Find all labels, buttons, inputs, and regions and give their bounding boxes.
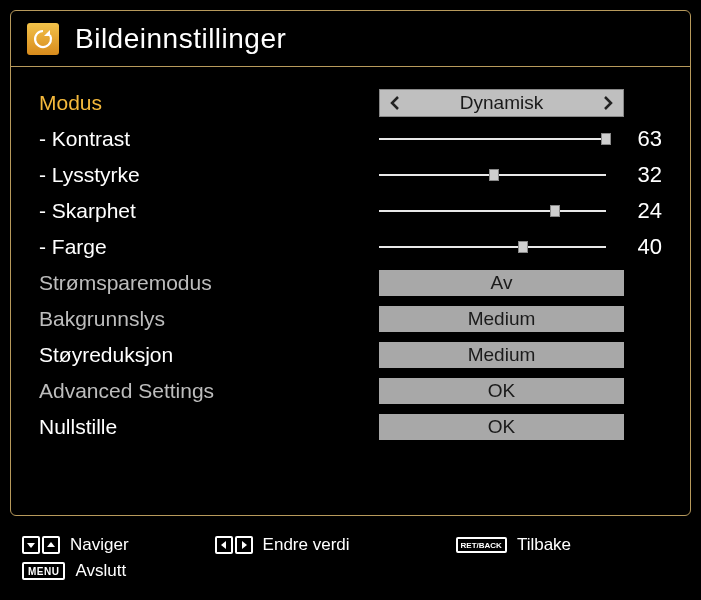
slider-kontrast[interactable] bbox=[379, 138, 606, 140]
value-farge: 40 bbox=[622, 234, 662, 260]
page-title: Bildeinnstillinger bbox=[75, 23, 286, 55]
row-stromspare: Strømsparemodus Av bbox=[39, 265, 662, 301]
btn-nullstille[interactable]: OK bbox=[379, 414, 624, 440]
label-bakgrunnslys: Bakgrunnslys bbox=[39, 307, 379, 331]
settings-list: Modus Dynamisk - Kontrast bbox=[11, 67, 690, 445]
hint-endre: Endre verdi bbox=[263, 535, 350, 555]
slider-thumb[interactable] bbox=[550, 205, 560, 217]
row-advanced: Advanced Settings OK bbox=[39, 373, 662, 409]
label-stoyreduksjon: Støyreduksjon bbox=[39, 343, 379, 367]
slider-farge[interactable] bbox=[379, 246, 606, 248]
row-nullstille: Nullstille OK bbox=[39, 409, 662, 445]
chevron-right-icon[interactable] bbox=[599, 94, 617, 112]
label-lysstyrke: - Lysstyrke bbox=[39, 163, 379, 187]
label-farge: - Farge bbox=[39, 235, 379, 259]
label-modus: Modus bbox=[39, 91, 379, 115]
title-bar: Bildeinnstillinger bbox=[11, 11, 690, 67]
footer-hints: Naviger Endre verdi RET/BACK Tilbake MEN… bbox=[22, 532, 682, 584]
up-down-keys bbox=[22, 536, 60, 554]
modus-selector[interactable]: Dynamisk bbox=[379, 89, 624, 117]
chevron-left-icon[interactable] bbox=[386, 94, 404, 112]
settings-frame: Bildeinnstillinger Modus Dynamisk - Kont… bbox=[10, 10, 691, 516]
row-skarphet: - Skarphet 24 bbox=[39, 193, 662, 229]
hint-tilbake: Tilbake bbox=[517, 535, 571, 555]
hint-avslutt: Avslutt bbox=[75, 561, 126, 581]
btn-bakgrunnslys[interactable]: Medium bbox=[379, 306, 624, 332]
refresh-icon bbox=[27, 23, 59, 55]
btn-stoyreduksjon[interactable]: Medium bbox=[379, 342, 624, 368]
left-right-keys bbox=[215, 536, 253, 554]
retback-key: RET/BACK bbox=[456, 537, 507, 553]
row-lysstyrke: - Lysstyrke 32 bbox=[39, 157, 662, 193]
row-kontrast: - Kontrast 63 bbox=[39, 121, 662, 157]
label-skarphet: - Skarphet bbox=[39, 199, 379, 223]
label-stromspare: Strømsparemodus bbox=[39, 271, 379, 295]
up-key-icon bbox=[42, 536, 60, 554]
row-farge: - Farge 40 bbox=[39, 229, 662, 265]
slider-skarphet[interactable] bbox=[379, 210, 606, 212]
slider-thumb[interactable] bbox=[601, 133, 611, 145]
label-advanced: Advanced Settings bbox=[39, 379, 379, 403]
value-kontrast: 63 bbox=[622, 126, 662, 152]
hint-naviger: Naviger bbox=[70, 535, 129, 555]
value-skarphet: 24 bbox=[622, 198, 662, 224]
btn-stromspare[interactable]: Av bbox=[379, 270, 624, 296]
down-key-icon bbox=[22, 536, 40, 554]
modus-value: Dynamisk bbox=[460, 92, 543, 114]
label-kontrast: - Kontrast bbox=[39, 127, 379, 151]
right-key-icon bbox=[235, 536, 253, 554]
menu-key: MENU bbox=[22, 562, 65, 580]
row-stoyreduksjon: Støyreduksjon Medium bbox=[39, 337, 662, 373]
value-lysstyrke: 32 bbox=[622, 162, 662, 188]
slider-thumb[interactable] bbox=[518, 241, 528, 253]
btn-advanced[interactable]: OK bbox=[379, 378, 624, 404]
row-bakgrunnslys: Bakgrunnslys Medium bbox=[39, 301, 662, 337]
slider-lysstyrke[interactable] bbox=[379, 174, 606, 176]
left-key-icon bbox=[215, 536, 233, 554]
label-nullstille: Nullstille bbox=[39, 415, 379, 439]
row-modus: Modus Dynamisk bbox=[39, 85, 662, 121]
slider-thumb[interactable] bbox=[489, 169, 499, 181]
